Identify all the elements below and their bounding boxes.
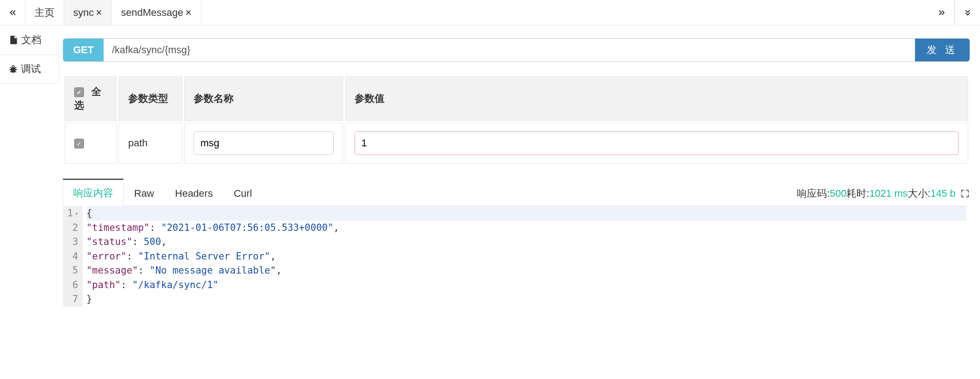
param-name-cell [184,123,343,164]
sidebar-item-label: 调试 [21,62,41,76]
col-param-name: 参数名称 [184,76,343,121]
col-param-value: 参数值 [345,76,968,121]
chevrons-right-icon [937,8,946,17]
checkbox-icon[interactable] [74,139,84,149]
tab-response-content[interactable]: 响应内容 [63,179,124,206]
param-value-cell [345,123,968,164]
time-label: 耗时: [846,187,869,200]
bug-icon [8,64,18,74]
status-code-value: 500 [830,188,847,199]
expand-icon [960,189,970,199]
size-label: 大小: [908,187,930,200]
col-select-all[interactable]: 全选 [65,76,117,121]
tab-home[interactable]: 主页 [25,0,64,25]
send-button[interactable]: 发 送 [915,39,970,61]
tab-response-raw[interactable]: Raw [124,181,165,206]
request-url-input[interactable] [104,39,915,61]
close-icon[interactable]: ✕ [185,8,192,18]
chevrons-left-icon [8,8,17,17]
params-table: 全选 参数类型 参数名称 参数值 path [63,75,970,165]
status-code-label: 响应码: [797,187,830,200]
chevrons-down-icon [963,8,972,17]
checkbox-icon[interactable] [74,87,84,97]
tabs-dropdown[interactable] [955,0,980,25]
tab-sendmessage[interactable]: sendMessage ✕ [112,0,201,25]
param-name-input[interactable] [194,131,334,155]
sidebar: 文档 调试 [0,25,59,307]
fold-icon[interactable]: ▾ [75,209,78,218]
tab-bar: 主页 sync ✕ sendMessage ✕ [0,0,980,25]
tab-label: sync [73,7,94,19]
http-method-badge[interactable]: GET [63,39,104,61]
close-icon[interactable]: ✕ [95,8,102,18]
tab-response-headers[interactable]: Headers [165,181,223,206]
tabs-scroll-right[interactable] [929,0,955,25]
size-value: 145 b [930,188,955,199]
time-value: 1021 ms [869,188,907,199]
tab-response-curl[interactable]: Curl [223,181,262,206]
sidebar-item-doc[interactable]: 文档 [0,25,59,55]
tabs-scroll-left[interactable] [0,0,25,25]
response-tab-bar: 响应内容 Raw Headers Curl 响应码: 500 耗时: 1021 … [63,178,970,206]
line-gutter: 1▾ 234567 [63,206,83,307]
response-meta: 响应码: 500 耗时: 1021 ms 大小: 145 b [797,187,970,206]
param-type-cell: path [119,123,182,164]
table-row: path [65,123,968,164]
col-param-type: 参数类型 [119,76,182,121]
tab-spacer [201,0,929,25]
response-body-editor[interactable]: 1▾ 234567 { "timestamp": "2021-01-06T07:… [63,206,970,307]
sidebar-item-label: 文档 [21,33,41,47]
tab-label: 主页 [35,6,55,20]
tab-sync[interactable]: sync ✕ [64,0,112,25]
row-checkbox-cell [65,123,117,164]
sidebar-item-debug[interactable]: 调试 [0,55,59,84]
code-content: { "timestamp": "2021-01-06T07:56:05.533+… [83,206,970,307]
param-value-input[interactable] [355,131,959,155]
request-bar: GET 发 送 [63,38,970,62]
document-icon [9,35,19,45]
tab-label: sendMessage [121,7,183,19]
main-content: GET 发 送 全选 参数类型 参数名称 参数值 [63,25,980,307]
expand-button[interactable] [960,189,970,199]
